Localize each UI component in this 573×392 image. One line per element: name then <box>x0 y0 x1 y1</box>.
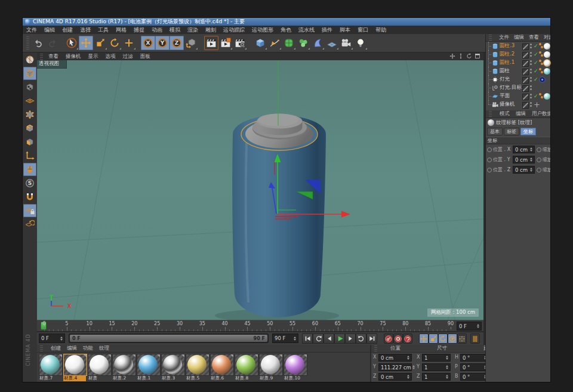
viewport-menu-4[interactable]: 选项 <box>102 53 119 60</box>
viewport-canvas[interactable]: X 透视视图 网格间距 : 100 cm <box>37 60 483 320</box>
spinner-arrows[interactable] <box>529 168 532 172</box>
view-label[interactable]: 透视视图 <box>37 60 67 69</box>
viewport-menu-3[interactable]: 显示 <box>85 53 102 60</box>
snapping-toggle-button[interactable] <box>23 190 36 203</box>
phong-tag-dots[interactable] <box>539 93 541 95</box>
snap-settings-button[interactable]: S <box>23 177 36 190</box>
menu-item-7[interactable]: 捕捉 <box>130 26 148 34</box>
attribute-value-field[interactable]: 0 cm <box>513 166 535 174</box>
phong-tag-dots[interactable] <box>539 51 541 54</box>
key-rotation-button[interactable] <box>438 334 448 344</box>
keyframe-selection-button[interactable] <box>403 334 412 344</box>
attribute-value-field[interactable]: 0 cm <box>513 156 535 163</box>
object-name[interactable]: 圆柱.3 <box>500 42 515 50</box>
texture-mode-button[interactable] <box>23 81 36 94</box>
layer-box[interactable] <box>522 85 529 92</box>
keyframe-ring-icon[interactable] <box>537 158 541 162</box>
render-check-icon[interactable]: ✓ <box>534 92 538 100</box>
material-preview[interactable] <box>161 354 185 376</box>
protection-tag-icon[interactable] <box>534 101 540 108</box>
lock-axis-x-button[interactable]: X <box>141 36 155 50</box>
live-selection-button[interactable] <box>64 36 79 50</box>
menu-item-12[interactable]: 运动跟踪 <box>220 26 248 34</box>
visibility-dots[interactable] <box>530 77 532 79</box>
go-to-next-key-button[interactable] <box>356 334 366 344</box>
coordinates-grip[interactable] <box>374 345 377 351</box>
object-name[interactable]: 平面 <box>500 92 510 100</box>
add-mograph-button[interactable] <box>296 36 310 50</box>
material-swatch[interactable]: 材质.10 <box>284 354 307 381</box>
object-row[interactable]: 圆柱.1✓ <box>486 58 550 67</box>
render-check-icon[interactable]: ✓ <box>534 50 538 58</box>
material-preview[interactable] <box>137 354 161 376</box>
undo-button[interactable] <box>31 36 45 50</box>
material-swatch[interactable]: 材质.2 <box>112 354 136 381</box>
menu-item-14[interactable]: 角色 <box>277 26 295 34</box>
add-camera-button[interactable] <box>339 36 353 50</box>
go-to-next-frame-button[interactable] <box>345 334 356 344</box>
texture-tag-sphere[interactable] <box>544 93 550 100</box>
object-name[interactable]: 圆柱.1 <box>500 59 515 66</box>
current-frame-field[interactable]: 0 F <box>39 334 65 343</box>
ruler-frame-spinner[interactable]: 0 F <box>457 322 482 331</box>
redo-button[interactable] <box>45 36 60 50</box>
lock-workplane-button[interactable] <box>23 204 36 217</box>
object-name[interactable]: 灯光.目标.2 <box>500 84 523 91</box>
move-tool-button[interactable] <box>79 36 93 50</box>
render-view-button[interactable] <box>204 36 218 50</box>
layer-box[interactable] <box>522 60 529 67</box>
visibility-dots[interactable] <box>530 102 532 104</box>
render-to-picture-viewer-button[interactable] <box>218 36 233 50</box>
range-bar[interactable]: 0 F 90 F <box>70 335 267 342</box>
visibility-dots[interactable] <box>530 94 532 95</box>
last-used-tool-button[interactable] <box>122 36 136 50</box>
material-preview[interactable] <box>186 354 210 376</box>
keyframe-ring-icon[interactable] <box>487 147 492 152</box>
visibility-dots[interactable] <box>530 85 532 87</box>
make-editable-button[interactable] <box>23 53 36 66</box>
material-preview[interactable] <box>112 354 136 376</box>
attribute-menu-3[interactable]: 用户数据 <box>529 110 550 118</box>
material-swatch[interactable]: 材质.4 <box>63 354 87 381</box>
go-to-end-button[interactable] <box>366 334 377 344</box>
add-cube-primitive-button[interactable] <box>253 36 267 50</box>
viewport-menu-2[interactable]: 摄像机 <box>62 53 85 60</box>
add-light-button[interactable] <box>353 36 368 50</box>
render-check-icon[interactable]: ✓ <box>534 58 538 67</box>
object-name[interactable]: 灯光 <box>500 76 510 83</box>
coord-value-field[interactable]: 0 cm <box>378 373 412 381</box>
menu-item-18[interactable]: 窗口 <box>354 26 372 34</box>
viewport-zoom[interactable] <box>458 53 464 60</box>
timeline-ruler[interactable]: 0 F 051015202530354045505560657075808590 <box>37 320 483 332</box>
keyframe-ring-icon[interactable] <box>537 147 541 152</box>
toolbar-grip[interactable] <box>26 36 29 50</box>
tab-标签[interactable]: 标签 <box>504 128 519 135</box>
lock-axis-z-button[interactable]: Z <box>170 36 184 50</box>
visibility-dots[interactable] <box>530 69 532 70</box>
rotate-tool-button[interactable] <box>107 36 122 50</box>
keyframe-ring-icon[interactable] <box>537 168 541 172</box>
attribute-value-field[interactable]: 0 cm <box>513 146 535 153</box>
viewport-menu-1[interactable]: 查看 <box>45 53 62 60</box>
object-row[interactable]: 摄像机 <box>486 100 550 109</box>
material-swatch[interactable]: 材质.1 <box>137 354 161 381</box>
material-menu-4[interactable]: 纹理 <box>96 345 112 352</box>
menu-item-15[interactable]: 流水线 <box>295 26 318 34</box>
key-position-button[interactable] <box>419 334 429 344</box>
viewport-rotate[interactable] <box>466 53 472 60</box>
go-to-previous-frame-button[interactable] <box>324 334 334 344</box>
coord-value-field[interactable]: 1 <box>422 373 451 381</box>
viewport-menu-5[interactable]: 过滤 <box>119 53 137 60</box>
material-menu-1[interactable]: 创建 <box>48 345 64 352</box>
phong-tag-dots[interactable] <box>539 60 541 62</box>
menu-item-5[interactable]: 工具 <box>94 26 112 34</box>
object-menu-2[interactable]: 编辑 <box>512 34 526 41</box>
viewport-solo-button[interactable] <box>23 163 36 176</box>
menu-item-17[interactable]: 脚本 <box>336 26 354 34</box>
go-to-start-button[interactable] <box>302 334 313 344</box>
menu-item-11[interactable]: 雕刻 <box>202 26 220 34</box>
render-check-icon[interactable]: ✓ <box>534 67 538 75</box>
spinner-arrows[interactable] <box>445 365 448 369</box>
spinner-arrows[interactable] <box>445 356 448 360</box>
add-deformer-button[interactable] <box>310 36 325 50</box>
